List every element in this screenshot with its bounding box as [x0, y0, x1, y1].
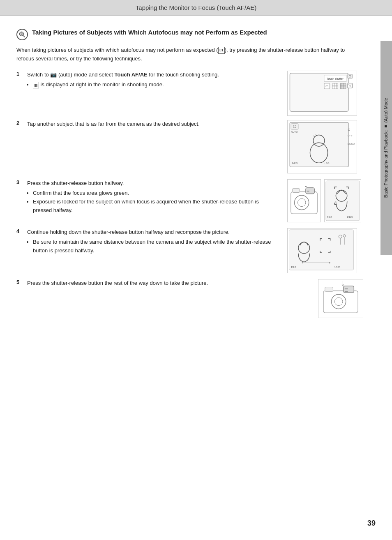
- step-5: 5 Press the shutter-release button the r…: [16, 279, 279, 289]
- svg-text:Touch shutter: Touch shutter: [327, 77, 344, 80]
- svg-rect-61: [323, 291, 358, 313]
- step-1: 1 Switch to 📷 (auto) mode and select Tou…: [16, 71, 279, 90]
- step3-content: 3 Press the shutter-release button halfw…: [16, 179, 279, 222]
- sidebar-label: Basic Photography and Playback: ■ (Auto)…: [383, 98, 389, 198]
- step4-row: 4 Continue holding down the shutter-rele…: [16, 228, 363, 273]
- step4-illustration: F3.2 1/125: [287, 228, 363, 273]
- autofocus-icon: [19, 31, 25, 38]
- step1-content: 1 Switch to 📷 (auto) mode and select Tou…: [16, 71, 279, 116]
- step-4: 4 Continue holding down the shutter-rele…: [16, 228, 279, 255]
- svg-text:↕ 1/1: ↕ 1/1: [324, 162, 330, 164]
- section-title: Taking Pictures of Subjects with Which A…: [32, 28, 267, 37]
- step-1-text: Switch to 📷 (auto) mode and select Touch…: [27, 71, 279, 90]
- step-2-text: Tap another subject that is as far from …: [27, 120, 279, 130]
- svg-text:1/125: 1/125: [334, 266, 340, 268]
- camera-screen-svg: AUTO ⊙ OFF MENU: [288, 120, 357, 173]
- full-press-illus: ↓: [318, 279, 363, 318]
- recompose-svg: F3.2 1/125: [288, 228, 357, 273]
- step1-illustration: Touch shutter ▭: [287, 71, 363, 116]
- svg-rect-22: [348, 74, 353, 78]
- page-title: Tapping the Monitor to Focus (Touch AF/A…: [136, 4, 256, 11]
- step-number-4: 4: [16, 228, 24, 255]
- svg-text:↓: ↓: [304, 180, 308, 188]
- person-focus-illus: F3.2 1/125: [324, 179, 361, 222]
- svg-text:▭: ▭: [325, 84, 329, 88]
- svg-text:F3.2: F3.2: [291, 266, 296, 268]
- step4-content: 4 Continue holding down the shutter-rele…: [16, 228, 279, 273]
- step2-content: 2 Tap another subject that is as far fro…: [16, 120, 279, 173]
- step-number-3: 3: [16, 179, 24, 215]
- svg-rect-24: [290, 122, 348, 167]
- page-number: 39: [367, 519, 376, 528]
- svg-rect-46: [326, 181, 360, 221]
- step2-row: 2 Tap another subject that is as far fro…: [16, 120, 363, 173]
- section-icon: [16, 29, 28, 40]
- step-number-2: 2: [16, 120, 24, 130]
- svg-text:↓: ↓: [341, 279, 345, 288]
- half-press-svg: ↓: [288, 180, 321, 222]
- svg-text:F3.2: F3.2: [327, 216, 332, 218]
- page: Tapping the Monitor to Focus (Touch AF/A…: [0, 0, 392, 540]
- svg-text:1/125: 1/125: [347, 216, 353, 218]
- main-content: Taking Pictures of Subjects with Which A…: [0, 16, 392, 343]
- svg-point-68: [334, 298, 343, 306]
- step1-row: 1 Switch to 📷 (auto) mode and select Tou…: [16, 71, 363, 116]
- touch-shutter-svg: Touch shutter ▭: [288, 71, 357, 115]
- step5-illustration: ↓: [287, 279, 363, 318]
- svg-rect-25: [291, 123, 298, 129]
- svg-text:⊙: ⊙: [348, 127, 350, 131]
- step-2: 2 Tap another subject that is as far fro…: [16, 120, 279, 130]
- svg-point-0: [20, 32, 24, 36]
- step5-row: 5 Press the shutter-release button the r…: [16, 279, 363, 318]
- svg-rect-38: [291, 192, 317, 214]
- svg-text:INFO: INFO: [292, 162, 297, 164]
- svg-text:AUTO: AUTO: [291, 130, 298, 133]
- svg-point-67: [331, 294, 346, 309]
- svg-rect-45: [293, 188, 300, 192]
- step-5-text: Press the shutter-release button the res…: [27, 279, 279, 289]
- svg-point-44: [297, 198, 306, 207]
- step3-illustrations: ↓: [287, 179, 363, 222]
- sidebar-tab: Basic Photography and Playback: ■ (Auto)…: [380, 41, 392, 255]
- step2-illustration: AUTO ⊙ OFF MENU: [287, 120, 363, 173]
- step3-row: 3 Press the shutter-release button halfw…: [16, 179, 363, 222]
- svg-rect-39: [306, 187, 314, 194]
- svg-rect-9: [332, 83, 338, 89]
- step5-content: 5 Press the shutter-release button the r…: [16, 279, 279, 318]
- intro-paragraph: When taking pictures of subjects with wh…: [16, 46, 363, 63]
- step-number-5: 5: [16, 279, 24, 289]
- section-heading: Taking Pictures of Subjects with Which A…: [16, 28, 363, 40]
- full-press-svg: ↓: [318, 279, 363, 318]
- touch-shutter-illus: Touch shutter ▭: [287, 71, 357, 116]
- svg-rect-2: [21, 33, 22, 35]
- step-4-text: Continue holding down the shutter-releas…: [27, 228, 279, 255]
- svg-rect-69: [325, 287, 333, 291]
- recompose-illus: F3.2 1/125: [287, 228, 357, 273]
- svg-text:MENU: MENU: [348, 143, 355, 145]
- step-3: 3 Press the shutter-release button halfw…: [16, 179, 279, 215]
- ref-box: 31: [218, 47, 225, 53]
- intro-text-before: When taking pictures of subjects with wh…: [16, 47, 218, 53]
- svg-text:OFF: OFF: [348, 134, 353, 137]
- page-header: Tapping the Monitor to Focus (Touch AF/A…: [0, 0, 392, 16]
- person-focus-svg: F3.2 1/125: [325, 180, 361, 222]
- svg-point-43: [295, 195, 309, 210]
- half-press-illus: ↓: [287, 179, 321, 222]
- svg-rect-14: [340, 83, 346, 89]
- camera-screen-illus: AUTO ⊙ OFF MENU: [287, 120, 357, 173]
- step-3-text: Press the shutter-release button halfway…: [27, 179, 279, 215]
- svg-line-1: [23, 35, 25, 37]
- step-number-1: 1: [16, 71, 24, 90]
